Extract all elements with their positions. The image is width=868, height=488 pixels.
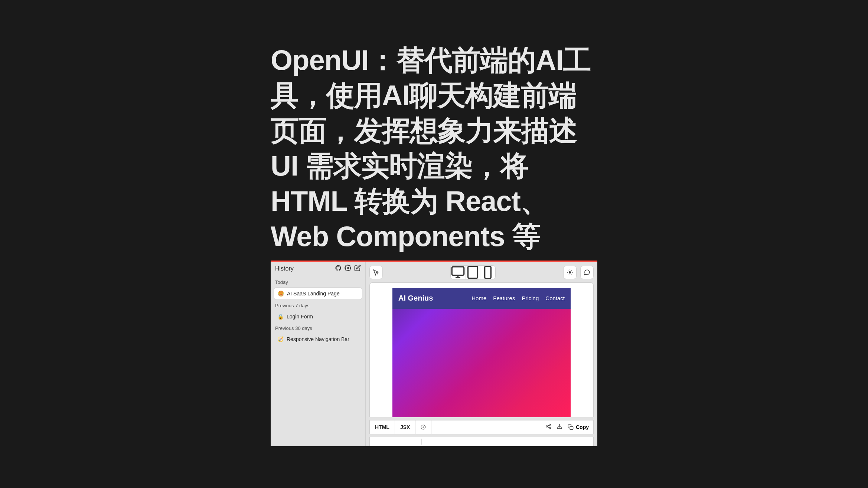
history-item-ai-saas[interactable]: 🍔 AI SaaS Landing Page xyxy=(274,287,362,300)
mobile-button[interactable] xyxy=(480,266,495,279)
svg-line-12 xyxy=(571,274,572,274)
copy-label: Copy xyxy=(576,424,589,430)
nav-link-home[interactable]: Home xyxy=(471,295,486,301)
sidebar-title: History xyxy=(275,265,294,272)
nav-link-features[interactable]: Features xyxy=(493,295,515,301)
svg-line-15 xyxy=(568,274,568,274)
svg-point-8 xyxy=(569,271,571,274)
app-window: History Today 🍔 AI SaaS Landing Page xyxy=(271,261,597,446)
inspect-button[interactable] xyxy=(369,266,383,279)
main-panel: AI Genius Home Features Pricing Contact … xyxy=(366,262,597,446)
download-icon[interactable] xyxy=(557,423,562,431)
burger-icon: 🍔 xyxy=(278,291,284,297)
preview-toolbar xyxy=(369,265,594,279)
desktop-button[interactable] xyxy=(451,266,466,279)
preview-canvas: AI Genius Home Features Pricing Contact xyxy=(369,282,594,417)
section-label-30days: Previous 30 days xyxy=(275,325,361,331)
lock-icon: 🔒 xyxy=(277,314,284,320)
svg-point-20 xyxy=(549,424,551,425)
history-item-label: Responsive Navigation Bar xyxy=(287,336,349,342)
history-item-label: AI SaaS Landing Page xyxy=(287,291,340,297)
sidebar-header: History xyxy=(274,265,362,273)
history-item-label: Login Form xyxy=(287,314,313,320)
nav-link-contact[interactable]: Contact xyxy=(545,295,565,301)
settings-icon[interactable] xyxy=(345,265,351,273)
history-item-navbar[interactable]: 🧭 Responsive Navigation Bar xyxy=(274,333,362,345)
svg-rect-6 xyxy=(485,266,491,278)
svg-rect-26 xyxy=(570,426,573,430)
compass-icon: 🧭 xyxy=(277,336,284,342)
add-tab-button[interactable] xyxy=(415,420,431,434)
slide-headline: OpenUI：替代前端的AI工具，使用AI聊天构建前端页面，发挥想象力来描述 U… xyxy=(271,42,597,254)
svg-line-24 xyxy=(548,425,549,426)
svg-point-21 xyxy=(546,426,548,427)
section-label-7days: Previous 7 days xyxy=(275,303,361,308)
svg-rect-1 xyxy=(452,267,464,275)
device-toggle xyxy=(450,265,496,279)
preview-navbar: AI Genius Home Features Pricing Contact xyxy=(392,288,571,309)
share-icon[interactable] xyxy=(545,423,551,431)
tab-html[interactable]: HTML xyxy=(370,420,395,434)
section-label-today: Today xyxy=(275,279,361,285)
github-icon[interactable] xyxy=(335,265,342,273)
history-item-login[interactable]: 🔒 Login Form xyxy=(274,311,362,322)
code-actions: Copy xyxy=(545,420,593,434)
history-sidebar: History Today 🍔 AI SaaS Landing Page xyxy=(271,262,366,446)
nav-link-pricing[interactable]: Pricing xyxy=(522,295,539,301)
rendered-preview: AI Genius Home Features Pricing Contact xyxy=(392,288,571,417)
copy-button[interactable]: Copy xyxy=(568,424,589,430)
tablet-button[interactable] xyxy=(466,266,480,279)
theme-toggle-button[interactable] xyxy=(563,266,577,279)
preview-brand: AI Genius xyxy=(398,294,433,302)
sidebar-actions xyxy=(335,265,361,273)
svg-point-22 xyxy=(549,428,551,429)
code-editor[interactable] xyxy=(369,437,594,446)
tab-jsx[interactable]: JSX xyxy=(395,420,415,434)
code-tabs-bar: HTML JSX Copy xyxy=(369,420,594,434)
svg-rect-4 xyxy=(468,266,478,278)
new-chat-icon[interactable] xyxy=(354,265,361,273)
svg-line-23 xyxy=(548,427,549,428)
svg-line-11 xyxy=(568,270,568,271)
preview-nav-links: Home Features Pricing Contact xyxy=(471,295,565,301)
text-cursor xyxy=(421,439,421,445)
svg-line-16 xyxy=(571,270,572,271)
chat-button[interactable] xyxy=(580,266,594,279)
svg-point-0 xyxy=(347,267,349,269)
